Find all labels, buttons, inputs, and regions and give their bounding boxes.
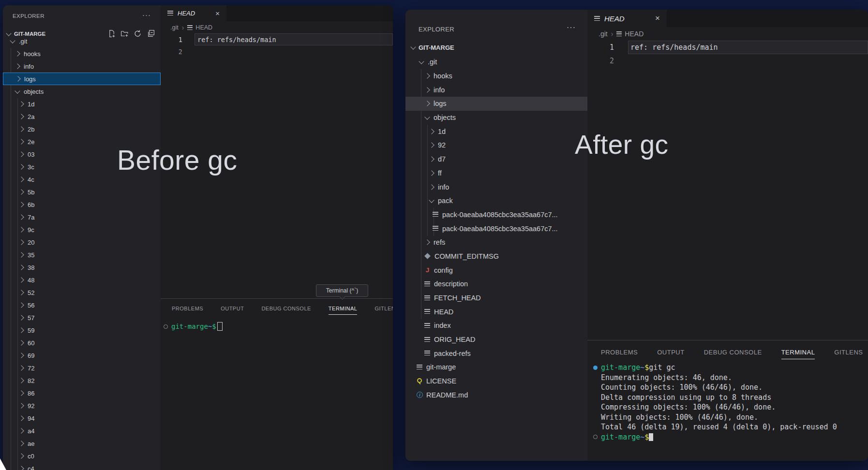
- more-actions-icon[interactable]: ···: [567, 23, 576, 32]
- tree-item-72[interactable]: 72: [3, 362, 161, 374]
- tree-item-92[interactable]: 92: [3, 399, 161, 412]
- breadcrumb-folder[interactable]: .git: [599, 30, 608, 38]
- tree-item-orig-head[interactable]: ORIG_HEAD: [405, 333, 587, 347]
- tree-item-38[interactable]: 38: [3, 261, 161, 274]
- panel-tab-output[interactable]: OUTPUT: [657, 349, 684, 356]
- tree-item-pack[interactable]: pack: [405, 194, 587, 208]
- panel-tabs: PROBLEMSOUTPUTDEBUG CONSOLETERMINALGITLE…: [587, 342, 868, 362]
- tree-item--git[interactable]: .git: [3, 35, 161, 47]
- tree-item-pack-0aeaba4085cbc3ea35aa67c7-[interactable]: pack-0aeaba4085cbc3ea35aa67c7...: [405, 221, 587, 235]
- code-area[interactable]: 1 ref: refs/heads/main 2: [161, 33, 393, 58]
- terminal-output-text: Writing objects: 100% (46/46), done.: [601, 413, 758, 422]
- tree-item-info[interactable]: info: [3, 60, 161, 73]
- tree-item-label: c4: [28, 465, 34, 470]
- tree-item-logs[interactable]: logs: [405, 97, 587, 111]
- panel-tab-problems[interactable]: PROBLEMS: [172, 306, 203, 311]
- tree-item-description[interactable]: description: [405, 277, 587, 291]
- tree-item-59[interactable]: 59: [3, 324, 161, 337]
- tree-item-86[interactable]: 86: [3, 387, 161, 399]
- tooltip-text: Terminal (^`): [326, 287, 358, 294]
- file-icon: [433, 212, 438, 217]
- tree-item-94[interactable]: 94: [3, 412, 161, 425]
- breadcrumb-folder[interactable]: .git: [170, 24, 179, 31]
- tree-item-a4[interactable]: a4: [3, 425, 161, 437]
- tree-item-d7[interactable]: d7: [405, 152, 587, 166]
- tree-item-index[interactable]: index: [405, 319, 587, 333]
- tree-item-refs[interactable]: refs: [405, 235, 587, 250]
- panel-tab-debug-console[interactable]: DEBUG CONSOLE: [261, 306, 311, 311]
- chevron-right-icon: [18, 202, 24, 207]
- terminal[interactable]: git-marge ~ $: [161, 322, 393, 332]
- tree-item-2b[interactable]: 2b: [3, 123, 161, 135]
- code-area[interactable]: 1 ref: refs/heads/main 2: [587, 41, 868, 68]
- breadcrumb-file[interactable]: HEAD: [625, 30, 644, 38]
- more-actions-icon[interactable]: ···: [142, 11, 151, 19]
- panel-tab-problems[interactable]: PROBLEMS: [601, 349, 638, 356]
- tree-item-fetch-head[interactable]: FETCH_HEAD: [405, 291, 587, 305]
- tree-item-objects[interactable]: objects: [3, 85, 161, 98]
- tree-item-readme-md[interactable]: iREADME.md: [405, 388, 587, 402]
- tree-item-license[interactable]: LICENSE: [405, 374, 587, 388]
- breadcrumb-file[interactable]: HEAD: [195, 24, 212, 31]
- tree-item-ae[interactable]: ae: [3, 437, 161, 450]
- tree-item-head[interactable]: HEAD: [405, 305, 587, 319]
- tree-item-82[interactable]: 82: [3, 374, 161, 387]
- panel-tab-terminal[interactable]: TERMINAL: [781, 349, 815, 356]
- tree-item-5b[interactable]: 5b: [3, 186, 161, 198]
- tree-item--git[interactable]: .git: [405, 55, 587, 69]
- tree-item-20[interactable]: 20: [3, 236, 161, 249]
- breadcrumb[interactable]: .git › HEAD: [587, 27, 868, 41]
- tree-item-35[interactable]: 35: [3, 249, 161, 261]
- tree-item-label: refs: [434, 238, 445, 246]
- panel-tab-terminal[interactable]: TERMINAL: [329, 306, 358, 311]
- tree-item-1d[interactable]: 1d: [3, 98, 161, 110]
- tree-item-config[interactable]: Jconfig: [405, 263, 587, 277]
- close-icon[interactable]: ×: [655, 14, 660, 23]
- panel-tab-gitlens[interactable]: GITLENS: [374, 306, 393, 311]
- tree-item-label: pack: [438, 197, 453, 205]
- tree-item-label: d7: [438, 155, 446, 163]
- tree-item-c4[interactable]: c4: [3, 462, 161, 470]
- breadcrumb[interactable]: .git › HEAD: [161, 21, 393, 33]
- tree-item-ff[interactable]: ff: [405, 166, 587, 180]
- chevron-right-icon: [424, 240, 430, 245]
- panel-tab-gitlens[interactable]: GITLENS: [834, 349, 863, 356]
- tree-item-logs[interactable]: logs: [3, 73, 161, 85]
- tree-item-52[interactable]: 52: [3, 286, 161, 299]
- tree-item-60[interactable]: 60: [3, 337, 161, 349]
- chevron-right-icon: [15, 63, 20, 69]
- tree-item-1d[interactable]: 1d: [405, 124, 587, 138]
- prompt-idle-icon: [593, 435, 598, 439]
- tree-item-label: .git: [428, 58, 437, 66]
- tree-item-info[interactable]: info: [405, 83, 587, 97]
- tree-item-c0[interactable]: c0: [3, 450, 161, 462]
- tree-item-pack-0aeaba4085cbc3ea35aa67c7-[interactable]: pack-0aeaba4085cbc3ea35aa67c7...: [405, 208, 587, 222]
- project-header[interactable]: GIT-MARGE: [410, 42, 454, 53]
- tree-item-56[interactable]: 56: [3, 299, 161, 311]
- tree-item-57[interactable]: 57: [3, 311, 161, 324]
- tree-item-info[interactable]: info: [405, 180, 587, 194]
- terminal[interactable]: git-marge ~ $git gcEnumerating objects: …: [587, 363, 868, 442]
- tree-item-7a[interactable]: 7a: [3, 211, 161, 223]
- chevron-right-icon: [424, 87, 430, 92]
- tree-item-92[interactable]: 92: [405, 138, 587, 152]
- tree-item-6b[interactable]: 6b: [3, 198, 161, 211]
- panel-tab-output[interactable]: OUTPUT: [221, 306, 244, 311]
- tree-item-hooks[interactable]: hooks: [405, 69, 587, 83]
- tree-item-git-marge[interactable]: git-marge: [405, 360, 587, 374]
- tab-head[interactable]: HEAD ×: [161, 5, 226, 21]
- tree-item-objects[interactable]: objects: [405, 111, 587, 125]
- tree-item-commit-editmsg[interactable]: COMMIT_EDITMSG: [405, 250, 587, 264]
- tree-item-69[interactable]: 69: [3, 349, 161, 362]
- panel-tab-debug-console[interactable]: DEBUG CONSOLE: [704, 349, 762, 356]
- tree-item-hooks[interactable]: hooks: [3, 47, 161, 60]
- tree-item-label: 2a: [28, 113, 34, 120]
- chevron-right-icon: [18, 315, 24, 320]
- tab-head[interactable]: HEAD ×: [587, 10, 667, 27]
- terminal-output-line: Enumerating objects: 46, done.: [587, 373, 868, 383]
- tree-item-2a[interactable]: 2a: [3, 110, 161, 123]
- tree-item-9c[interactable]: 9c: [3, 223, 161, 236]
- close-icon[interactable]: ×: [215, 9, 220, 17]
- tree-item-packed-refs[interactable]: packed-refs: [405, 346, 587, 360]
- tree-item-48[interactable]: 48: [3, 274, 161, 286]
